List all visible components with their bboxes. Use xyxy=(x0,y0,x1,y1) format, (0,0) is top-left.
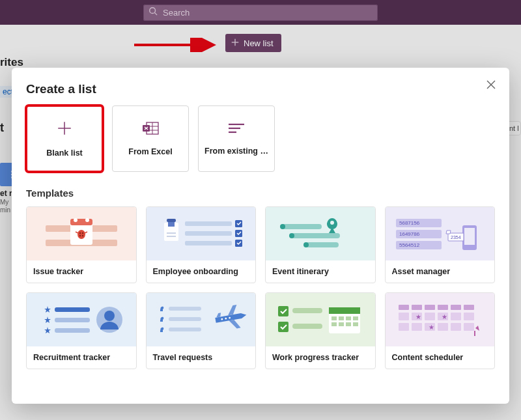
search-icon xyxy=(148,7,158,18)
svg-rect-89 xyxy=(399,305,409,310)
scheduler-icon: ★ ★ ★ xyxy=(391,300,488,340)
svg-rect-87 xyxy=(346,322,351,326)
svg-point-0 xyxy=(150,8,156,14)
svg-rect-44 xyxy=(292,233,340,238)
topbar xyxy=(0,0,521,25)
template-content-scheduler[interactable]: ★ ★ ★ Content scheduler xyxy=(385,292,496,369)
template-label: Recruitment tracker xyxy=(27,346,136,369)
svg-rect-67 xyxy=(160,320,163,322)
search-box[interactable] xyxy=(143,5,378,21)
svg-text:5687156: 5687156 xyxy=(399,220,420,226)
svg-point-25 xyxy=(85,218,89,222)
svg-rect-77 xyxy=(292,308,322,313)
svg-rect-110 xyxy=(474,331,475,336)
template-issue-tracker[interactable]: Issue tracker xyxy=(26,206,137,283)
svg-rect-84 xyxy=(353,316,358,320)
create-option-label: From existing … xyxy=(202,147,271,156)
svg-rect-93 xyxy=(451,305,461,310)
svg-text:1649786: 1649786 xyxy=(399,231,420,237)
svg-rect-69 xyxy=(169,307,201,311)
create-option-blank[interactable]: Blank list xyxy=(26,105,103,172)
template-label: Travel requests xyxy=(147,346,256,369)
onboarding-icon xyxy=(155,214,246,254)
template-thumb xyxy=(266,207,375,260)
svg-rect-94 xyxy=(464,305,474,310)
template-travel-requests[interactable]: Travel requests xyxy=(146,292,257,369)
svg-text:★: ★ xyxy=(429,324,434,331)
bug-calendar-icon xyxy=(39,214,124,254)
modal-title: Create a list xyxy=(26,82,495,96)
svg-rect-62 xyxy=(55,318,90,322)
svg-rect-92 xyxy=(438,305,448,310)
svg-rect-75 xyxy=(278,306,289,316)
svg-rect-102 xyxy=(412,323,422,331)
svg-point-47 xyxy=(289,233,294,238)
close-button[interactable] xyxy=(483,77,499,92)
svg-rect-91 xyxy=(425,305,435,310)
travel-icon xyxy=(152,300,249,340)
svg-point-24 xyxy=(74,218,77,222)
template-thumb xyxy=(27,207,136,260)
svg-rect-83 xyxy=(346,316,351,320)
close-icon xyxy=(486,80,496,89)
svg-rect-43 xyxy=(283,224,322,229)
svg-point-30 xyxy=(82,235,83,236)
template-thumb xyxy=(147,293,256,346)
svg-point-48 xyxy=(303,242,309,247)
svg-rect-90 xyxy=(412,305,422,310)
svg-point-65 xyxy=(104,311,115,321)
svg-point-26 xyxy=(77,230,85,239)
template-label: Asset manager xyxy=(386,260,495,283)
create-option-existing[interactable]: From existing … xyxy=(198,105,275,172)
svg-rect-68 xyxy=(160,330,163,332)
create-options-row: Blank list From Excel From existing … xyxy=(26,105,495,172)
svg-point-46 xyxy=(280,224,285,229)
svg-rect-58 xyxy=(464,228,475,245)
svg-point-27 xyxy=(79,232,81,234)
template-employee-onboarding[interactable]: Employee onboarding xyxy=(146,206,257,283)
template-asset-manager[interactable]: 5687156 1649786 5564512 2354 Asset manag… xyxy=(385,206,496,283)
template-label: Employee onboarding xyxy=(147,260,256,283)
search-input[interactable] xyxy=(163,8,373,18)
svg-text:2354: 2354 xyxy=(451,235,461,240)
svg-rect-97 xyxy=(425,313,435,320)
template-label: Work progress tracker xyxy=(266,346,375,369)
svg-rect-34 xyxy=(185,231,232,236)
svg-rect-80 xyxy=(329,307,360,314)
template-work-progress[interactable]: Work progress tracker xyxy=(265,292,376,369)
create-list-modal: Create a list Blank list From Excel From… xyxy=(12,68,509,404)
template-label: Issue tracker xyxy=(27,260,136,283)
svg-point-28 xyxy=(82,232,83,234)
svg-text:★: ★ xyxy=(415,313,421,320)
svg-rect-35 xyxy=(185,241,232,245)
recruitment-icon xyxy=(33,300,130,340)
template-thumb xyxy=(147,207,256,260)
asset-icon: 5687156 1649786 5564512 2354 xyxy=(391,214,488,254)
template-label: Content scheduler xyxy=(386,346,495,369)
templates-heading: Templates xyxy=(26,188,495,199)
svg-line-1 xyxy=(155,13,158,16)
template-recruitment-tracker[interactable]: Recruitment tracker xyxy=(26,292,137,369)
svg-rect-70 xyxy=(169,317,201,321)
svg-rect-95 xyxy=(399,313,409,320)
template-event-itinerary[interactable]: Event itinerary xyxy=(265,206,376,283)
svg-point-29 xyxy=(79,235,81,236)
svg-text:5564512: 5564512 xyxy=(399,242,420,248)
svg-rect-100 xyxy=(464,313,474,320)
svg-rect-105 xyxy=(451,323,461,331)
svg-rect-106 xyxy=(464,323,474,331)
template-thumb: 5687156 1649786 5564512 2354 xyxy=(386,207,495,260)
svg-point-50 xyxy=(330,221,334,225)
templates-grid: Issue tracker Employee on xyxy=(26,206,495,369)
svg-rect-61 xyxy=(55,307,90,312)
svg-rect-71 xyxy=(169,328,201,331)
svg-rect-45 xyxy=(306,242,339,247)
progress-icon xyxy=(272,300,369,340)
create-option-excel[interactable]: From Excel xyxy=(112,105,189,172)
svg-rect-86 xyxy=(339,322,344,326)
template-label: Event itinerary xyxy=(266,260,375,283)
svg-rect-63 xyxy=(55,328,90,333)
create-option-label: Blank list xyxy=(44,148,85,158)
svg-rect-81 xyxy=(331,316,337,320)
template-thumb: ★ ★ ★ xyxy=(386,293,495,346)
